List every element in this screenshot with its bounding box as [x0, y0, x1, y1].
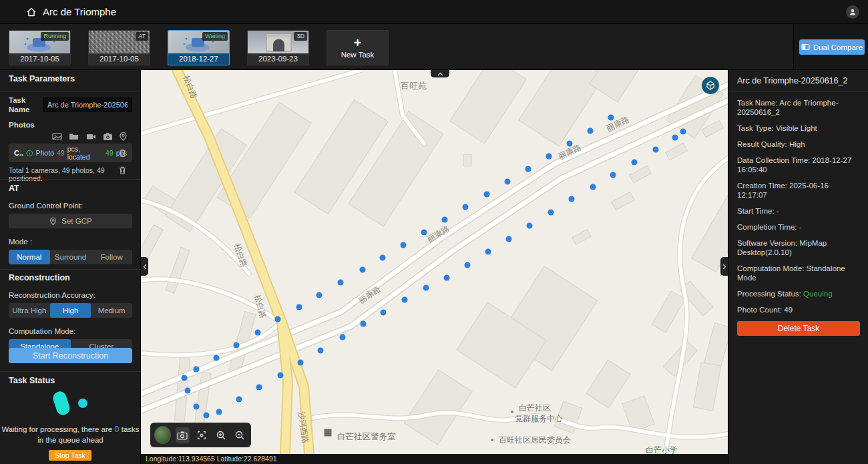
new-task-button[interactable]: + New Task: [327, 30, 389, 65]
task-strip: Running 2017-10-05 AT 2017-10-05 Waiting: [0, 24, 793, 70]
zoom-in-button[interactable]: [214, 427, 228, 443]
photo-point: [185, 388, 191, 394]
task-info-title: Arc de Triomphe-20250616_2: [728, 70, 868, 91]
map-canvas[interactable]: 百旺苑松白路松白路松白路沙河西路丽康路丽康路丽康路丽康路白芒社区党群服务中心百旺…: [141, 70, 728, 454]
collapse-strip-tab[interactable]: [431, 70, 449, 77]
task-info-row: Processing Status: Queuing: [737, 289, 859, 298]
photo-point: [423, 285, 429, 291]
camera-icon[interactable]: [103, 132, 113, 142]
accuracy-option-medium[interactable]: Medium: [91, 303, 132, 318]
start-reconstruction-button[interactable]: Start Reconstruction: [9, 348, 132, 363]
photo-point: [590, 184, 596, 190]
section-title-task-parameters: Task Parameters: [9, 74, 75, 83]
task-info-row: Creation Time: 2025-06-16 12:17:07: [737, 181, 859, 200]
task-thumbnail: Waiting: [168, 31, 229, 53]
photo-point: [485, 249, 491, 255]
basemap-layer-button[interactable]: [154, 426, 171, 444]
mode-segmented-control: Normal Surround Follow: [9, 250, 132, 264]
task-card-1[interactable]: Running 2017-10-05: [9, 30, 71, 65]
queue-count: 0: [114, 424, 119, 434]
photo-point: [548, 210, 554, 216]
collapse-right-panel-tab[interactable]: [720, 257, 728, 276]
set-gcp-button[interactable]: Set GCP: [9, 214, 132, 228]
chevron-left-icon: [143, 264, 147, 270]
poi-marker: [511, 411, 513, 413]
mode-option-surround[interactable]: Surround: [50, 250, 91, 264]
accuracy-option-high[interactable]: High: [50, 303, 91, 318]
task-card-4[interactable]: 3D 2023-09-23: [247, 30, 309, 65]
loading-dot: [78, 399, 87, 408]
map-label: 白芒社区: [519, 403, 551, 413]
task-info-row: Software Version: MipMap Desktop(2.0.10): [737, 238, 859, 257]
task-date: 2023-09-23: [248, 53, 308, 65]
stop-task-button[interactable]: Stop Task: [49, 450, 91, 461]
add-video-icon[interactable]: [86, 132, 96, 142]
photo-point: [275, 316, 281, 322]
page-title: Arc de Triomphe: [43, 6, 116, 17]
status-badge: Running: [41, 32, 69, 41]
photo-point: [610, 172, 616, 178]
task-info-row: Result Quality: High: [737, 140, 859, 149]
mode-option-follow[interactable]: Follow: [91, 250, 132, 264]
task-date: 2017-10-05: [9, 53, 70, 65]
photo-point: [506, 236, 512, 242]
photo-point: [298, 360, 304, 366]
collapse-left-panel-tab[interactable]: [141, 257, 148, 276]
photo-point: [484, 192, 490, 198]
fit-extent-button[interactable]: [194, 427, 209, 443]
task-info-row: Task Type: Visible Light: [737, 124, 859, 133]
photo-point: [527, 223, 533, 229]
photo-point: [442, 217, 448, 223]
accuracy-option-ultra-high[interactable]: Ultra High: [9, 303, 50, 318]
photo-point: [360, 267, 366, 273]
task-card-3-selected[interactable]: Waiting 2018-12-27: [168, 30, 230, 65]
task-card-2[interactable]: AT 2017-10-05: [88, 30, 150, 65]
add-folder-icon[interactable]: [69, 132, 79, 142]
mode-option-normal[interactable]: Normal: [9, 250, 50, 264]
info-icon: [26, 150, 33, 157]
delete-task-button[interactable]: Delete Task: [737, 321, 860, 336]
accuracy-label: Reconstruction Accuracy:: [9, 291, 95, 299]
poi-marker: [491, 439, 493, 441]
task-name-input[interactable]: [43, 97, 132, 112]
camera-name: C..: [14, 149, 23, 157]
add-image-icon[interactable]: [52, 132, 62, 142]
poi-marker: [324, 429, 332, 437]
photo-point: [361, 321, 367, 327]
photo-point: [546, 154, 552, 160]
section-title-task-status: Task Status: [9, 376, 55, 385]
location-pin-icon[interactable]: [118, 132, 128, 142]
view-3d-toggle-button[interactable]: [702, 77, 719, 94]
accuracy-segmented-control: Ultra High High Medium: [9, 303, 132, 318]
photo-point: [316, 292, 322, 298]
section-title-at: AT: [9, 184, 19, 193]
gcp-label: Ground Control Point:: [9, 202, 83, 210]
computation-mode-label: Computation Mode:: [9, 327, 75, 335]
loading-blob: [51, 390, 71, 417]
camera-list-item[interactable]: C.. Photo 49 pcs, located 49 pcs: [9, 144, 132, 162]
zoom-out-button[interactable]: [232, 427, 247, 443]
dual-compare-button[interactable]: Dual Compare: [799, 39, 865, 55]
photo-point: [236, 397, 242, 403]
task-info-row: Start Time: -: [737, 206, 859, 216]
cube-icon: [706, 81, 715, 90]
trash-icon[interactable]: [118, 148, 127, 158]
task-info-row: Completion Time: -: [737, 222, 859, 232]
gcp-pin-icon: [49, 217, 57, 226]
section-title-reconstruction: Reconstruction: [9, 273, 70, 282]
map-label: 白芒小学: [646, 445, 678, 454]
chevron-right-icon: [722, 264, 726, 270]
photo-point: [505, 179, 511, 185]
photo-point: [463, 204, 469, 210]
snapshot-button[interactable]: [176, 427, 190, 443]
photo-point: [278, 373, 284, 379]
user-avatar[interactable]: [846, 5, 859, 19]
status-badge: Waiting: [202, 32, 228, 41]
home-icon[interactable]: [25, 6, 37, 18]
photo-point: [381, 310, 387, 316]
task-info-row: Photo Count: 49: [737, 305, 859, 314]
task-info-row: Task Name: Arc de Triomphe-20250616_2: [737, 98, 859, 117]
task-thumbnail: 3D: [248, 31, 308, 53]
camera-capture-icon: [177, 431, 188, 440]
trash-all-icon[interactable]: [118, 166, 127, 175]
